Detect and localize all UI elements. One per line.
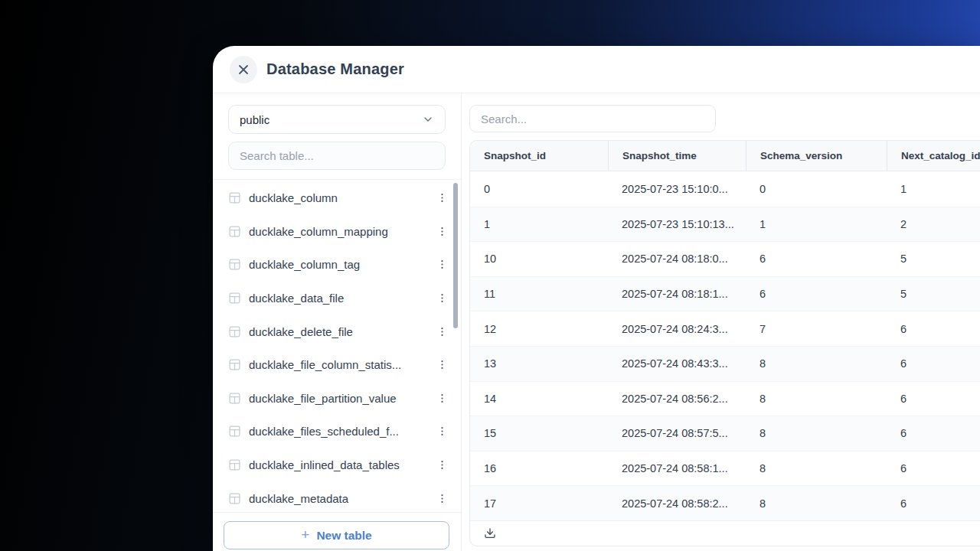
table-icon: [228, 358, 241, 371]
cell-snapshot-time: 2025-07-24 08:18:1...: [608, 288, 746, 300]
panel-header: Database Manager: [213, 46, 980, 93]
cell-snapshot-id: 11: [470, 288, 608, 300]
cell-next-catalog-id: 6: [887, 323, 980, 335]
table-name: ducklake_metadata: [249, 492, 433, 505]
table-row[interactable]: 14 2025-07-24 08:56:2... 8 6: [470, 381, 980, 416]
table-icon: [228, 325, 241, 338]
cell-snapshot-id: 17: [470, 497, 608, 510]
table-icon: [228, 191, 241, 204]
kebab-menu-icon[interactable]: [433, 223, 450, 240]
cell-next-catalog-id: 5: [887, 253, 980, 265]
cell-snapshot-id: 1: [470, 218, 608, 230]
cell-snapshot-time: 2025-07-24 08:18:0...: [608, 253, 746, 265]
table-icon: [228, 458, 241, 471]
table-list-item[interactable]: ducklake_column_mapping: [213, 215, 461, 249]
sidebar-footer: + New table: [213, 512, 461, 551]
kebab-menu-icon[interactable]: [433, 457, 450, 474]
sidebar-controls: public: [213, 93, 461, 180]
cell-snapshot-time: 2025-07-24 08:57:5...: [608, 427, 746, 439]
table-icon: [228, 258, 241, 271]
cell-snapshot-id: 14: [470, 393, 608, 405]
close-icon: [238, 64, 249, 75]
table-row[interactable]: 1 2025-07-23 15:10:13... 1 2: [470, 207, 980, 242]
page-title: Database Manager: [266, 60, 404, 78]
table-list-item[interactable]: ducklake_metadata: [213, 481, 461, 512]
kebab-menu-icon[interactable]: [433, 423, 450, 440]
sidebar-scrollbar-thumb[interactable]: [453, 183, 458, 328]
cell-snapshot-id: 10: [470, 253, 608, 265]
table-name: ducklake_column_mapping: [249, 225, 433, 238]
table-name: ducklake_data_file: [249, 292, 433, 305]
database-manager-panel: Database Manager public ducklake_column: [213, 46, 980, 551]
column-header: Schema_version: [746, 141, 887, 171]
cell-next-catalog-id: 6: [887, 462, 980, 474]
table-footer: [470, 520, 980, 546]
table-row[interactable]: 16 2025-07-24 08:58:1... 8 6: [470, 451, 980, 486]
download-button[interactable]: [484, 527, 496, 540]
cell-schema-version: 8: [746, 497, 887, 510]
cell-snapshot-id: 0: [470, 183, 608, 195]
chevron-down-icon: [422, 113, 434, 126]
cell-schema-version: 8: [746, 357, 887, 370]
cell-schema-version: 8: [746, 427, 887, 439]
cell-snapshot-time: 2025-07-24 08:56:2...: [608, 393, 746, 405]
kebab-menu-icon[interactable]: [433, 290, 450, 307]
cell-next-catalog-id: 6: [887, 357, 980, 370]
kebab-menu-icon[interactable]: [433, 390, 450, 406]
cell-snapshot-time: 2025-07-24 08:24:3...: [608, 323, 746, 335]
table-list-item[interactable]: ducklake_files_scheduled_f...: [213, 415, 461, 448]
table-list-item[interactable]: ducklake_file_partition_value: [213, 382, 461, 416]
table-name: ducklake_delete_file: [249, 325, 433, 338]
table-name: ducklake_file_partition_value: [249, 392, 433, 405]
cell-schema-version: 8: [746, 393, 887, 405]
data-search-input[interactable]: [469, 105, 716, 132]
table-row[interactable]: 0 2025-07-23 15:10:0... 0 1: [470, 171, 980, 207]
cell-snapshot-time: 2025-07-24 08:43:3...: [608, 357, 746, 370]
kebab-menu-icon[interactable]: [433, 490, 450, 507]
cell-snapshot-time: 2025-07-23 15:10:13...: [608, 218, 746, 230]
table-row[interactable]: 13 2025-07-24 08:43:3... 8 6: [470, 346, 980, 381]
cell-next-catalog-id: 1: [887, 183, 980, 195]
new-table-button[interactable]: + New table: [224, 521, 449, 549]
table-icon: [228, 492, 241, 505]
kebab-menu-icon[interactable]: [433, 190, 450, 207]
schema-select-value: public: [240, 113, 270, 126]
data-table: Snapshot_id Snapshot_time Schema_version…: [469, 140, 980, 546]
table-name: ducklake_inlined_data_tables: [249, 458, 433, 471]
close-button[interactable]: [230, 56, 257, 83]
table-row[interactable]: 12 2025-07-24 08:24:3... 7 6: [470, 311, 980, 346]
table-row[interactable]: 10 2025-07-24 08:18:0... 6 5: [470, 241, 980, 276]
table-row[interactable]: 11 2025-07-24 08:18:1... 6 5: [470, 276, 980, 311]
column-header: Snapshot_time: [608, 141, 746, 171]
cell-next-catalog-id: 6: [887, 393, 980, 405]
cell-snapshot-id: 16: [470, 462, 608, 474]
table-name: ducklake_column_tag: [249, 258, 433, 271]
schema-select[interactable]: public: [228, 105, 446, 134]
column-header: Next_catalog_id: [887, 141, 980, 171]
table-list-item[interactable]: ducklake_inlined_data_tables: [213, 448, 461, 482]
cell-snapshot-time: 2025-07-24 08:58:2...: [608, 497, 746, 510]
table-list-item[interactable]: ducklake_data_file: [213, 282, 461, 315]
kebab-menu-icon[interactable]: [433, 323, 450, 340]
kebab-menu-icon[interactable]: [433, 256, 450, 273]
new-table-label: New table: [316, 529, 371, 543]
table-row[interactable]: 17 2025-07-24 08:58:2... 8 6: [470, 485, 980, 520]
table-name: ducklake_file_column_statis...: [249, 358, 433, 371]
table-icon: [228, 292, 241, 305]
column-header: Snapshot_id: [470, 141, 608, 171]
cell-schema-version: 6: [746, 288, 887, 300]
table-search-input[interactable]: [228, 142, 446, 170]
cell-schema-version: 8: [746, 462, 887, 474]
cell-snapshot-id: 15: [470, 427, 608, 439]
cell-schema-version: 7: [746, 323, 887, 335]
table-header-row: Snapshot_id Snapshot_time Schema_version…: [470, 141, 980, 171]
table-body: 0 2025-07-23 15:10:0... 0 1 1 2025-07-23…: [470, 171, 980, 520]
table-list-item[interactable]: ducklake_column_tag: [213, 248, 461, 282]
table-row[interactable]: 15 2025-07-24 08:57:5... 8 6: [470, 416, 980, 451]
kebab-menu-icon[interactable]: [433, 357, 450, 373]
main-content: Snapshot_id Snapshot_time Schema_version…: [462, 93, 980, 551]
table-list-item[interactable]: ducklake_file_column_statis...: [213, 348, 461, 382]
table-list-item[interactable]: ducklake_delete_file: [213, 315, 461, 348]
table-icon: [228, 425, 241, 438]
table-list-item[interactable]: ducklake_column: [213, 181, 461, 215]
